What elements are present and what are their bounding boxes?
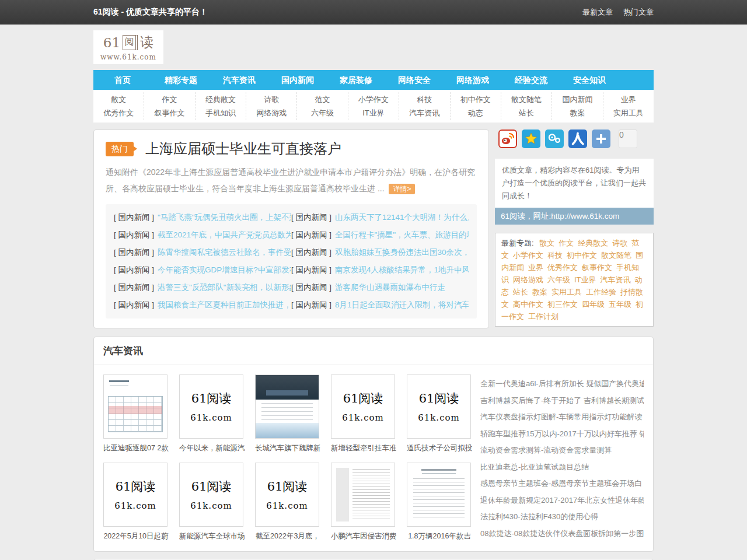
- subnav-item[interactable]: 范文: [297, 93, 347, 106]
- nav-item[interactable]: 精彩专题: [152, 70, 210, 90]
- news-link[interactable]: 8月1日起全面取消迁入限制，将对汽车市场: [335, 296, 469, 314]
- subnav-item[interactable]: 业界: [603, 93, 654, 106]
- topic-tag[interactable]: 实用工具: [551, 288, 582, 296]
- article-card[interactable]: 比亚迪驱逐舰07 2款: [103, 374, 169, 454]
- subnav-item[interactable]: 实用工具: [603, 106, 654, 120]
- related-link[interactable]: 轿跑车型推荐15万以内-2017十万以内好车推荐 销: [480, 426, 644, 443]
- topic-tag[interactable]: 高中作文: [513, 300, 543, 309]
- subnav-item[interactable]: 小学作文: [348, 93, 399, 106]
- article-card[interactable]: 61阅读61k.com2022年5月10日起蔚: [103, 463, 169, 542]
- nav-item[interactable]: 家居装修: [327, 70, 385, 90]
- news-link[interactable]: 港警三支"反恐部队"新装亮相，以新形象迎: [158, 279, 291, 296]
- nav-item[interactable]: 首页: [93, 70, 152, 90]
- news-link[interactable]: 全国行程卡"摘星"，火车票、旅游目的地等: [335, 226, 469, 244]
- news-link[interactable]: "马踏飞燕"玩偶凭丑萌火出圈，上架不到半: [158, 209, 291, 226]
- article-card[interactable]: 61阅读61k.com截至2022年3月底，: [255, 463, 320, 542]
- nav-item[interactable]: 网络安全: [385, 70, 444, 90]
- topic-tag[interactable]: 五年级: [609, 300, 631, 309]
- related-link[interactable]: 全新一代奥迪a6l-后排有所加长 疑似国产换代奥迪: [480, 376, 644, 393]
- subnav-item[interactable]: 优秀作文: [93, 106, 144, 120]
- hot-articles-link[interactable]: 热门文章: [623, 7, 654, 18]
- placeholder-title: 61阅读: [191, 478, 232, 495]
- subnav-item[interactable]: 诗歌: [246, 93, 296, 106]
- subnav-item[interactable]: 手机知识: [196, 106, 246, 120]
- topic-tag[interactable]: 四年级: [582, 300, 605, 309]
- news-link[interactable]: 双胞胎姐妹互换身份违法出国30余次，被哈: [335, 244, 469, 261]
- nav-item[interactable]: 安全知识: [560, 70, 619, 90]
- article-card[interactable]: 61阅读61k.com今年以来，新能源汽: [179, 374, 245, 454]
- share-weibo-button[interactable]: [498, 130, 517, 148]
- topic-tag[interactable]: 业界: [528, 263, 543, 272]
- news-link[interactable]: 南京发现4人核酸结果异常，1地升中风险: [335, 261, 469, 279]
- related-link[interactable]: 流动资金需求测算-流动资金需求量测算: [480, 442, 644, 459]
- topic-tag[interactable]: IT业界: [574, 275, 596, 284]
- news-link[interactable]: 游客爬华山遇暴雨如瀑布中行走: [335, 279, 445, 296]
- subnav-item[interactable]: 站长: [501, 106, 551, 120]
- topic-tag[interactable]: 初中作文: [567, 251, 597, 260]
- subnav-item[interactable]: 散文: [93, 93, 144, 106]
- related-link[interactable]: 吉利博越买后悔了-终于开始了 吉利博越长期测试: [480, 393, 644, 410]
- latest-articles-link[interactable]: 最新文章: [582, 7, 613, 18]
- subnav-item[interactable]: 叙事作文: [144, 106, 194, 120]
- subnav-item[interactable]: 六年级: [297, 106, 347, 120]
- topic-tag[interactable]: 六年级: [547, 275, 570, 284]
- share-pengyou-button[interactable]: [545, 130, 564, 148]
- nav-item[interactable]: 经验交流: [502, 70, 560, 90]
- topic-tag[interactable]: 作文: [558, 239, 574, 247]
- subnav-item[interactable]: 教案: [552, 106, 602, 120]
- site-logo[interactable]: 61 阅 读 www.61k.com: [93, 30, 163, 64]
- nav-item[interactable]: 汽车资讯: [210, 70, 268, 90]
- subnav-column: 科技汽车资讯: [399, 92, 450, 120]
- topic-tag[interactable]: 初三作文: [547, 300, 578, 309]
- topic-tag[interactable]: 散文: [539, 239, 554, 247]
- article-card[interactable]: 61阅读61k.com道氏技术子公司拟投: [407, 374, 472, 454]
- topic-tag[interactable]: 优秀作文: [547, 263, 578, 272]
- news-link[interactable]: 截至2021年底，中国共产党党员总数为: [158, 226, 291, 244]
- topic-tag[interactable]: 叙事作文: [582, 263, 612, 272]
- subnav-item[interactable]: 散文随笔: [501, 93, 551, 106]
- related-link[interactable]: 退休年龄最新规定2017-2017年北京女性退休年龄: [480, 492, 644, 509]
- nav-item[interactable]: 网络游戏: [444, 70, 502, 90]
- related-link[interactable]: 08款捷达-08款捷达伙伴仪表盘面板拆卸第一步图: [480, 526, 644, 542]
- topic-tag[interactable]: 网络游戏: [513, 275, 543, 284]
- topic-tag[interactable]: 小学作文: [513, 251, 543, 260]
- subnav-item[interactable]: 经典散文: [196, 93, 246, 106]
- related-link[interactable]: 汽车仪表盘指示灯图解-车辆常用指示灯功能解读: [480, 409, 644, 426]
- subnav-item[interactable]: 作文: [144, 93, 194, 106]
- related-link[interactable]: 法拉利f430-法拉利F430的使用心得: [480, 509, 644, 526]
- article-card[interactable]: 小鹏汽车因侵害消费: [331, 463, 396, 542]
- subnav-item[interactable]: 初中作文: [451, 93, 501, 106]
- topic-tag[interactable]: 经典散文: [578, 239, 608, 247]
- subnav-item[interactable]: 汽车资讯: [399, 106, 449, 120]
- subnav-item[interactable]: 国内新闻: [552, 93, 602, 106]
- topic-tag[interactable]: 科技: [547, 251, 563, 260]
- article-card[interactable]: 61阅读61k.com新能源汽车全球市场: [179, 463, 245, 542]
- article-card[interactable]: 1.8万辆2016年款吉: [407, 463, 472, 542]
- featured-article-title[interactable]: 上海应届硕士毕业生可直接落户: [145, 139, 341, 158]
- topic-tag[interactable]: 工作经验: [586, 288, 616, 296]
- topic-tag[interactable]: 工作计划: [528, 312, 558, 321]
- topic-tag[interactable]: 教案: [532, 288, 547, 296]
- news-link[interactable]: 我国粮食主产区夏种目前正加快推进，全国: [158, 296, 291, 314]
- subnav-item[interactable]: IT业界: [348, 106, 399, 120]
- nav-item[interactable]: 国内新闻: [268, 70, 327, 90]
- topic-tag[interactable]: 汽车资讯: [601, 275, 631, 284]
- related-link[interactable]: 比亚迪老总-比亚迪笔试题目总结: [480, 459, 644, 476]
- share-qzone-button[interactable]: [522, 130, 540, 148]
- topic-tag[interactable]: 站长: [513, 288, 528, 296]
- news-link[interactable]: 山东两天下了12141个大明湖！为什么只有: [335, 209, 469, 226]
- topic-tag[interactable]: 散文随笔: [601, 251, 631, 260]
- news-link[interactable]: 陈霄华擅闯私宅被德云社除名，事件受害女: [158, 244, 291, 261]
- share-count[interactable]: 0: [619, 130, 637, 148]
- news-link[interactable]: 今年能否实现GDP增速目标?中宣部发布发: [158, 261, 291, 279]
- subnav-item[interactable]: 网络游戏: [246, 106, 296, 120]
- related-link[interactable]: 感恩母亲节主题班会-感恩母亲节主题班会开场白: [480, 475, 644, 492]
- subnav-item[interactable]: 科技: [399, 93, 449, 106]
- share-renren-button[interactable]: [568, 130, 587, 148]
- article-card[interactable]: 61阅读61k.com新增轻型牵引挂车准: [331, 374, 396, 454]
- topic-tag[interactable]: 诗歌: [612, 239, 627, 247]
- article-card[interactable]: 长城汽车旗下魏牌新: [255, 374, 320, 454]
- read-more-button[interactable]: 详情>: [389, 184, 415, 194]
- subnav-item[interactable]: 动态: [451, 106, 501, 120]
- share-more-button[interactable]: [592, 130, 610, 148]
